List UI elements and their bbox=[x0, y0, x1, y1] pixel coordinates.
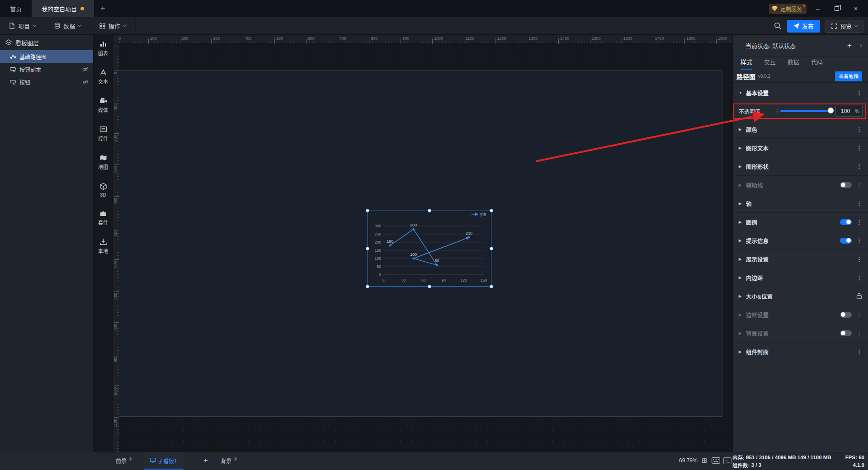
chevron-right-icon[interactable] bbox=[859, 43, 862, 47]
close-button[interactable]: × bbox=[848, 2, 863, 15]
console-button[interactable]: >_ bbox=[723, 452, 731, 469]
section-toggle[interactable] bbox=[840, 312, 852, 318]
background-button[interactable]: 背景⊕ bbox=[221, 452, 237, 469]
inspector-tab-样式[interactable]: 样式 bbox=[741, 57, 752, 70]
dock-item-2[interactable]: 媒体 bbox=[94, 97, 113, 113]
collapse-arrow-icon: ▶ bbox=[739, 313, 746, 317]
subboard-tab[interactable]: 子看板1 bbox=[144, 452, 184, 470]
section-内边距[interactable]: ▶内边距⋮ bbox=[733, 268, 868, 287]
section-basic-settings[interactable]: ▼ 基本设置 ⋮ bbox=[733, 83, 868, 103]
publish-button[interactable]: 发布 bbox=[787, 20, 820, 33]
opacity-slider-knob[interactable] bbox=[828, 108, 834, 113]
preview-button[interactable]: 预览 bbox=[826, 20, 863, 33]
resize-handle-se[interactable] bbox=[490, 285, 493, 288]
section-toggle[interactable] bbox=[840, 238, 852, 244]
section-提示信息[interactable]: ▶提示信息⋮ bbox=[733, 231, 868, 249]
section-背景设置[interactable]: ▶背景设置⋮ bbox=[733, 324, 868, 342]
add-circle-icon[interactable]: ⊕ bbox=[233, 456, 237, 461]
inspector-tab-交互[interactable]: 交互 bbox=[764, 57, 776, 69]
section-图例[interactable]: ▶图例⋮ bbox=[733, 212, 868, 231]
section-toggle[interactable] bbox=[840, 330, 852, 336]
canvas[interactable]: 0100200300400500600700800900100011001200… bbox=[113, 35, 732, 452]
section-toggle[interactable] bbox=[840, 182, 852, 188]
dock-item-0[interactable]: 图表 bbox=[94, 40, 113, 56]
tutorial-button[interactable]: 查看教程 bbox=[835, 71, 862, 81]
dock-item-7[interactable]: 本地 bbox=[94, 238, 113, 254]
kebab-menu-icon[interactable]: ⋮ bbox=[856, 145, 862, 151]
section-颜色[interactable]: ▶颜色⋮ bbox=[733, 120, 868, 138]
zoom-level[interactable]: 69.79% bbox=[679, 452, 698, 469]
section-边框设置[interactable]: ▶边框设置⋮ bbox=[733, 305, 868, 324]
section-辅助线[interactable]: ▶辅助线⋮ bbox=[733, 175, 868, 194]
kebab-menu-icon[interactable]: ⋮ bbox=[774, 108, 780, 114]
search-icon[interactable] bbox=[774, 22, 782, 30]
text-icon bbox=[99, 69, 107, 76]
kebab-menu-icon[interactable]: ⋮ bbox=[856, 237, 862, 244]
resize-handle-nw[interactable] bbox=[366, 209, 369, 212]
resize-handle-n[interactable] bbox=[428, 209, 431, 212]
section-图形文本[interactable]: ▶图形文本⋮ bbox=[733, 138, 868, 157]
minimize-button[interactable]: – bbox=[810, 2, 826, 15]
section-图形形状[interactable]: ▶图形形状⋮ bbox=[733, 157, 868, 175]
tab-home[interactable]: 首页 bbox=[0, 0, 32, 17]
lock-icon[interactable] bbox=[856, 293, 862, 299]
kebab-menu-icon[interactable]: ⋮ bbox=[856, 256, 862, 263]
layer-item-1[interactable]: 按钮副本 bbox=[0, 63, 93, 75]
eye-off-icon[interactable] bbox=[82, 79, 89, 85]
add-state-button[interactable]: + bbox=[847, 41, 852, 50]
perf-info: 内存: 951 / 3106 / 4096 MB 149 / 1100 MB F… bbox=[732, 453, 864, 469]
menu-project[interactable]: 项目 bbox=[0, 17, 45, 34]
section-toggle[interactable] bbox=[840, 219, 852, 225]
kebab-menu-icon[interactable]: ⋮ bbox=[856, 219, 862, 226]
layer-item-0[interactable]: 基础路径图 bbox=[0, 50, 93, 63]
inspector-tab-数据[interactable]: 数据 bbox=[788, 57, 799, 69]
opacity-slider-track[interactable] bbox=[780, 110, 832, 112]
resize-handle-w[interactable] bbox=[366, 247, 369, 250]
resize-handle-e[interactable] bbox=[490, 247, 493, 250]
section-label: 展示设置 bbox=[746, 255, 769, 263]
custom-service-badge[interactable]: 定制服务 bbox=[769, 4, 807, 14]
kebab-menu-icon[interactable]: ⋮ bbox=[856, 182, 862, 188]
kebab-menu-icon[interactable]: ⋮ bbox=[856, 311, 862, 318]
dock-item-5[interactable]: 3D bbox=[94, 183, 113, 197]
menu-actions[interactable]: 操作 bbox=[90, 17, 136, 34]
inspector-tab-代码[interactable]: 代码 bbox=[811, 57, 823, 69]
layer-item-2[interactable]: 按钮 bbox=[0, 75, 93, 88]
dock-item-6[interactable]: 套件 bbox=[94, 210, 113, 226]
dock-item-4[interactable]: 地图 bbox=[94, 154, 113, 170]
kebab-menu-icon[interactable]: ⋮ bbox=[856, 89, 862, 96]
new-tab-button[interactable]: + bbox=[94, 0, 112, 17]
ruler-number: 300 bbox=[113, 166, 118, 173]
section-轴[interactable]: ▶轴⋮ bbox=[733, 194, 868, 212]
kebab-menu-icon[interactable]: ⋮ bbox=[856, 330, 862, 337]
section-组件封面[interactable]: ▶组件封面⋮ bbox=[733, 342, 868, 361]
tab-project[interactable]: 我的空白项目 bbox=[32, 0, 94, 17]
fit-view-icon[interactable]: ⊞ bbox=[702, 452, 708, 469]
resize-handle-sw[interactable] bbox=[366, 285, 369, 288]
section-展示设置[interactable]: ▶展示设置⋮ bbox=[733, 249, 868, 268]
ruler-number: 100 bbox=[113, 103, 118, 110]
dock-item-3[interactable]: 控件 bbox=[94, 126, 113, 142]
dock-item-1[interactable]: 文本 bbox=[94, 69, 113, 85]
kebab-menu-icon[interactable]: ⋮ bbox=[856, 348, 862, 355]
resize-handle-ne[interactable] bbox=[490, 209, 493, 212]
menu-data[interactable]: 数据 bbox=[45, 17, 90, 34]
eye-off-icon[interactable] bbox=[82, 66, 89, 72]
inspector-panel: 当前状态: 默认状态 + 样式交互数据代码 路径图 v0.0.2 查看教程 ▼ … bbox=[732, 35, 868, 452]
restore-button[interactable] bbox=[829, 2, 844, 15]
kebab-menu-icon[interactable]: ⋮ bbox=[856, 274, 862, 281]
kebab-menu-icon[interactable]: ⋮ bbox=[856, 163, 862, 170]
svg-text:180: 180 bbox=[387, 239, 393, 244]
kebab-menu-icon[interactable]: ⋮ bbox=[856, 200, 862, 207]
add-board-button[interactable]: + bbox=[203, 452, 208, 469]
resize-handle-s[interactable] bbox=[428, 285, 431, 288]
kebab-menu-icon[interactable]: ⋮ bbox=[856, 126, 862, 133]
shortcut-keys-icon[interactable] bbox=[712, 452, 720, 469]
ruler-number: 1900 bbox=[718, 36, 727, 41]
opacity-input[interactable]: 100 % bbox=[835, 106, 863, 117]
section-大小&位置[interactable]: ▶大小&位置 bbox=[733, 287, 868, 305]
svg-text:100: 100 bbox=[410, 252, 417, 257]
add-circle-icon[interactable]: ⊕ bbox=[128, 456, 132, 461]
foreground-button[interactable]: 前景⊕ bbox=[116, 452, 132, 469]
chart-component[interactable]: 3002502001501005000306090120150180280601… bbox=[368, 211, 491, 287]
